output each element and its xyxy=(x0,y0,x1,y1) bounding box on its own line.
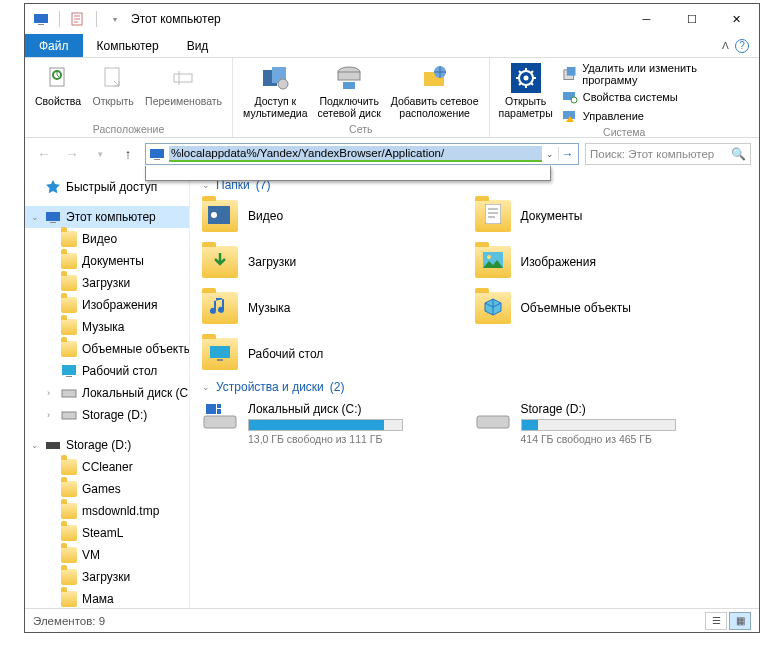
drive-icon xyxy=(61,407,77,423)
pc-icon xyxy=(149,146,165,162)
collapse-icon[interactable]: ⌄ xyxy=(31,212,39,222)
nav-video[interactable]: Видео xyxy=(25,228,189,250)
address-path[interactable]: %localappdata%/Yandex/YandexBrowser/Appl… xyxy=(169,146,542,162)
group-location-label: Расположение xyxy=(93,123,164,137)
titlebar: ▾ Этот компьютер ─ ☐ ✕ xyxy=(25,4,759,34)
desktop-icon xyxy=(61,363,77,379)
view-tiles-button[interactable]: ▦ xyxy=(729,612,751,630)
nav-mama[interactable]: Мама xyxy=(25,588,189,608)
help-icon[interactable]: ? xyxy=(735,39,749,53)
drive-d-free: 414 ГБ свободно из 465 ГБ xyxy=(521,433,718,445)
nav-3dobjects[interactable]: Объемные объекты xyxy=(25,338,189,360)
svg-rect-31 xyxy=(46,442,60,449)
svg-point-17 xyxy=(523,76,528,81)
svg-rect-25 xyxy=(46,212,60,221)
drive-c[interactable]: Локальный диск (C:) 13,0 ГБ свободно из … xyxy=(202,402,475,445)
drive-d[interactable]: Storage (D:) 414 ГБ свободно из 465 ГБ xyxy=(475,402,748,445)
folder-icon xyxy=(202,200,238,232)
collapse-ribbon-icon[interactable]: ᐱ xyxy=(722,40,729,51)
folder-downloads[interactable]: Загрузки xyxy=(202,246,475,278)
qat-properties-icon[interactable] xyxy=(70,11,86,27)
item-count: Элементов: 9 xyxy=(33,615,105,627)
nav-vm[interactable]: VM xyxy=(25,544,189,566)
expand-icon[interactable]: › xyxy=(47,388,50,398)
status-bar: Элементов: 9 ☰ ▦ xyxy=(25,608,759,632)
qat-separator xyxy=(96,11,97,27)
nav-downloads2[interactable]: Загрузки xyxy=(25,566,189,588)
uninstall-button[interactable]: Удалить или изменить программу xyxy=(562,62,749,86)
search-placeholder: Поиск: Этот компьютер xyxy=(590,148,714,160)
folder-icon xyxy=(61,525,77,541)
rename-button[interactable]: Переименовать xyxy=(141,60,226,109)
ribbon: Свойства Открыть Переименовать Расположе… xyxy=(25,58,759,138)
svg-rect-0 xyxy=(34,14,48,23)
nav-documents[interactable]: Документы xyxy=(25,250,189,272)
properties-button[interactable]: Свойства xyxy=(31,60,85,109)
folder-desktop[interactable]: Рабочий стол xyxy=(202,338,475,370)
manage-button[interactable]: Управление xyxy=(562,108,749,124)
sysprops-button[interactable]: Свойства системы xyxy=(562,89,749,105)
svg-rect-26 xyxy=(50,222,56,223)
folder-documents[interactable]: Документы xyxy=(475,200,748,232)
group-network-label: Сеть xyxy=(349,123,372,137)
open-settings-button[interactable]: Открыть параметры xyxy=(496,60,556,121)
media-access-button[interactable]: Доступ к мультимедиа xyxy=(239,60,311,121)
nav-this-pc[interactable]: ⌄Этот компьютер xyxy=(25,206,189,228)
search-icon: 🔍 xyxy=(731,147,746,161)
recent-dropdown[interactable]: ▾ xyxy=(89,143,111,165)
close-button[interactable]: ✕ xyxy=(714,4,759,34)
folder-icon xyxy=(61,481,77,497)
folder-music[interactable]: Музыка xyxy=(202,292,475,324)
nav-drive-d[interactable]: ›Storage (D:) xyxy=(25,404,189,426)
forward-button[interactable]: → xyxy=(61,143,83,165)
go-button[interactable]: → xyxy=(558,147,576,161)
tab-file[interactable]: Файл xyxy=(25,34,83,57)
nav-msdownld[interactable]: msdownld.tmp xyxy=(25,500,189,522)
svg-rect-29 xyxy=(62,390,76,397)
map-drive-button[interactable]: Подключить сетевой диск xyxy=(314,60,385,121)
nav-steaml[interactable]: SteamL xyxy=(25,522,189,544)
svg-rect-23 xyxy=(150,149,164,158)
address-suggestions[interactable] xyxy=(145,166,551,181)
media-icon xyxy=(259,62,291,94)
svg-rect-38 xyxy=(217,359,223,361)
svg-rect-40 xyxy=(206,404,216,414)
nav-games[interactable]: Games xyxy=(25,478,189,500)
svg-rect-41 xyxy=(217,404,221,408)
address-dropdown-icon[interactable]: ⌄ xyxy=(542,149,558,159)
nav-pictures[interactable]: Изображения xyxy=(25,294,189,316)
navigation-pane: Быстрый доступ ⌄Этот компьютер Видео Док… xyxy=(25,170,190,608)
nav-drive-d-root[interactable]: ⌄Storage (D:) xyxy=(25,434,189,456)
tab-computer[interactable]: Компьютер xyxy=(83,34,173,57)
qat-dropdown-icon[interactable]: ▾ xyxy=(107,11,123,27)
nav-ccleaner[interactable]: CCleaner xyxy=(25,456,189,478)
ribbon-tabs: Файл Компьютер Вид ᐱ ? xyxy=(25,34,759,58)
section-drives-header[interactable]: ⌄Устройства и диски (2) xyxy=(202,380,747,394)
back-button[interactable]: ← xyxy=(33,143,55,165)
nav-music[interactable]: Музыка xyxy=(25,316,189,338)
pc-icon xyxy=(45,209,61,225)
maximize-button[interactable]: ☐ xyxy=(669,4,714,34)
svg-rect-24 xyxy=(154,159,160,160)
search-box[interactable]: Поиск: Этот компьютер 🔍 xyxy=(585,143,751,165)
nav-downloads[interactable]: Загрузки xyxy=(25,272,189,294)
netloc-icon xyxy=(419,62,451,94)
rename-icon xyxy=(168,62,200,94)
svg-rect-11 xyxy=(338,72,360,80)
open-button[interactable]: Открыть xyxy=(87,60,139,109)
add-netloc-button[interactable]: Добавить сетевое расположение xyxy=(387,60,483,121)
folder-pictures[interactable]: Изображения xyxy=(475,246,748,278)
minimize-button[interactable]: ─ xyxy=(624,4,669,34)
folder-video[interactable]: Видео xyxy=(202,200,475,232)
up-button[interactable]: ↑ xyxy=(117,143,139,165)
nav-desktop[interactable]: Рабочий стол xyxy=(25,360,189,382)
folder-icon xyxy=(202,246,238,278)
folder-3dobjects[interactable]: Объемные объекты xyxy=(475,292,748,324)
view-details-button[interactable]: ☰ xyxy=(705,612,727,630)
folder-icon xyxy=(475,292,511,324)
tab-view[interactable]: Вид xyxy=(173,34,223,57)
collapse-icon[interactable]: ⌄ xyxy=(31,440,39,450)
nav-drive-c[interactable]: ›Локальный диск (C:) xyxy=(25,382,189,404)
address-bar[interactable]: %localappdata%/Yandex/YandexBrowser/Appl… xyxy=(145,143,579,165)
expand-icon[interactable]: › xyxy=(47,410,50,420)
